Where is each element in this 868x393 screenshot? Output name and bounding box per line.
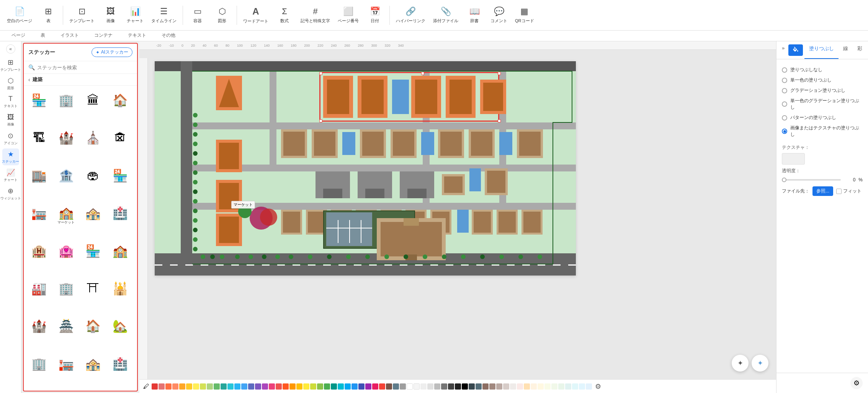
building-b5[interactable] bbox=[457, 210, 469, 233]
building-t2[interactable] bbox=[312, 129, 338, 158]
category-table[interactable]: 表 bbox=[33, 31, 53, 40]
color-swatch[interactable] bbox=[372, 383, 378, 390]
sticker-item-19[interactable]: 🏪 bbox=[82, 240, 105, 263]
toolbar-dictionary[interactable]: 📖 辞書 bbox=[463, 5, 486, 25]
toolbar-qrcode[interactable]: ▦ QRコード bbox=[512, 5, 537, 25]
building-b3[interactable] bbox=[499, 132, 512, 155]
color-swatch[interactable] bbox=[358, 383, 365, 390]
toolbar-image[interactable]: 🖼 画像 bbox=[99, 5, 122, 25]
tab-shadow[interactable]: 彩 bbox=[853, 41, 867, 59]
color-swatch[interactable] bbox=[241, 383, 247, 390]
toolbar-container[interactable]: ▭ 容器 bbox=[186, 5, 209, 25]
sticker-item-6[interactable]: 🏰 bbox=[55, 126, 78, 149]
color-swatch[interactable] bbox=[407, 383, 413, 390]
opacity-slider[interactable] bbox=[782, 179, 841, 181]
color-swatch[interactable] bbox=[517, 383, 523, 390]
color-swatch[interactable] bbox=[558, 383, 564, 390]
color-swatch[interactable] bbox=[427, 383, 433, 390]
toolbar-hyperlink[interactable]: 🔗 ハイパーリンク bbox=[393, 5, 428, 25]
browse-button[interactable]: 参照... bbox=[812, 186, 833, 196]
color-swatch[interactable] bbox=[441, 383, 447, 390]
sidebar-item-chart[interactable]: 📈 チャート bbox=[2, 167, 19, 184]
tab-line[interactable]: 線 bbox=[839, 41, 853, 59]
color-swatch[interactable] bbox=[262, 383, 268, 390]
color-swatch[interactable] bbox=[303, 383, 309, 390]
fill-option-solid[interactable]: 単一色の塗りつぶし bbox=[782, 75, 863, 85]
toolbar-table[interactable]: ⊞ 表 bbox=[37, 5, 60, 25]
sidebar-item-template[interactable]: ⊞ テンプレート bbox=[2, 57, 19, 73]
building-central-large[interactable] bbox=[377, 218, 446, 260]
building-t8[interactable] bbox=[442, 174, 465, 195]
sticker-item-9[interactable]: 🏬 bbox=[28, 164, 51, 187]
color-swatch[interactable] bbox=[338, 383, 344, 390]
color-swatch[interactable] bbox=[255, 383, 261, 390]
building-t17[interactable] bbox=[472, 210, 493, 235]
building-t10[interactable] bbox=[281, 210, 302, 235]
building-b1[interactable] bbox=[342, 132, 355, 155]
sticker-item-26[interactable]: 🏯 bbox=[55, 315, 78, 338]
opacity-thumb[interactable] bbox=[782, 178, 786, 182]
color-swatch[interactable] bbox=[551, 383, 557, 390]
settings-icon[interactable]: ⚙ bbox=[595, 382, 601, 391]
sticker-item-13[interactable]: 🏣 bbox=[28, 202, 51, 225]
building-o2[interactable] bbox=[480, 80, 506, 114]
sticker-item-10[interactable]: 🏦 bbox=[55, 164, 78, 187]
sticker-item-17[interactable]: 🏨 bbox=[28, 240, 51, 263]
color-swatch[interactable] bbox=[165, 383, 172, 390]
color-swatch[interactable] bbox=[469, 383, 475, 390]
color-swatch[interactable] bbox=[365, 383, 371, 390]
color-swatch[interactable] bbox=[234, 383, 240, 390]
toolbar-shape[interactable]: ⬡ 図形 bbox=[211, 5, 234, 25]
building-t5[interactable] bbox=[438, 129, 464, 158]
sticker-item-14[interactable]: 🏫マーケット bbox=[55, 202, 78, 225]
color-swatch[interactable] bbox=[503, 383, 509, 390]
building-s4[interactable] bbox=[446, 76, 476, 118]
sticker-item-21[interactable]: 🏭 bbox=[28, 277, 51, 300]
color-swatch[interactable] bbox=[276, 383, 282, 390]
toolbar-chart[interactable]: 📊 チャート bbox=[124, 5, 147, 25]
building-o1[interactable] bbox=[216, 76, 242, 110]
color-swatch[interactable] bbox=[289, 383, 296, 390]
color-swatch[interactable] bbox=[434, 383, 440, 390]
toolbar-formula[interactable]: Σ 数式 bbox=[273, 5, 296, 25]
fill-option-gradient[interactable]: グラデーション塗りつぶし bbox=[782, 85, 863, 96]
category-page[interactable]: ページ bbox=[4, 31, 33, 40]
canvas-page[interactable]: マーケット bbox=[155, 61, 576, 276]
building-s3[interactable] bbox=[411, 76, 441, 118]
sticker-item-28[interactable]: 🏡 bbox=[109, 315, 132, 338]
color-swatch[interactable] bbox=[248, 383, 254, 390]
building-t7[interactable] bbox=[517, 129, 543, 158]
building-t18[interactable] bbox=[497, 210, 518, 235]
sticker-item-2[interactable]: 🏢 bbox=[55, 89, 78, 112]
color-swatch[interactable] bbox=[331, 383, 337, 390]
color-swatch[interactable] bbox=[172, 383, 178, 390]
fill-option-none[interactable]: 塗りつぶしなし bbox=[782, 65, 863, 75]
fit-checkbox-box[interactable] bbox=[836, 189, 842, 194]
color-swatch[interactable] bbox=[572, 383, 578, 390]
color-swatch[interactable] bbox=[476, 383, 482, 390]
color-swatch[interactable] bbox=[200, 383, 206, 390]
toolbar-template[interactable]: ⊡ テンプレート bbox=[66, 5, 98, 25]
selection-handle-tl[interactable] bbox=[319, 72, 322, 75]
building-t6[interactable] bbox=[469, 129, 495, 158]
color-swatch[interactable] bbox=[221, 383, 227, 390]
toolbar-comment[interactable]: 💬 コメント bbox=[487, 5, 510, 25]
selection-handle-bl[interactable] bbox=[319, 119, 322, 122]
sticker-item-11[interactable]: 🏟 bbox=[82, 164, 105, 187]
color-swatch[interactable] bbox=[489, 383, 495, 390]
color-swatch[interactable] bbox=[296, 383, 302, 390]
sticker-item-16[interactable]: 🏥 bbox=[109, 202, 132, 225]
sticker-item-24[interactable]: 🕌 bbox=[109, 277, 132, 300]
sticker-item-25[interactable]: 🏰 bbox=[28, 315, 51, 338]
sticker-item-4[interactable]: 🏠 bbox=[109, 89, 132, 112]
sparkle-button[interactable]: ✦ bbox=[732, 355, 749, 372]
building-s1[interactable] bbox=[323, 76, 353, 118]
color-swatch[interactable] bbox=[207, 383, 213, 390]
color-swatch[interactable] bbox=[310, 383, 316, 390]
color-swatch[interactable] bbox=[579, 383, 585, 390]
sticker-item-3[interactable]: 🏛 bbox=[82, 89, 105, 112]
selection-handle-tr[interactable] bbox=[498, 72, 501, 75]
sticker-item-5[interactable]: 🏗 bbox=[28, 126, 51, 149]
building-o5[interactable] bbox=[216, 214, 242, 246]
building-gray3[interactable] bbox=[400, 171, 434, 198]
